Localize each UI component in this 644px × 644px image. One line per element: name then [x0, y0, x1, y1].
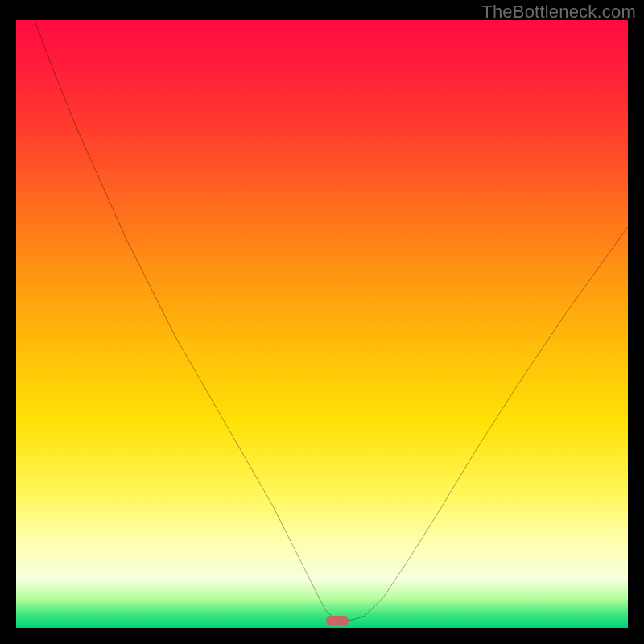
bottleneck-curve [16, 20, 628, 628]
curve-path [35, 20, 628, 621]
plot-area [16, 20, 628, 628]
chart-frame: TheBottleneck.com [0, 0, 644, 644]
watermark-text: TheBottleneck.com [481, 2, 636, 23]
optimal-point-marker [326, 616, 349, 625]
